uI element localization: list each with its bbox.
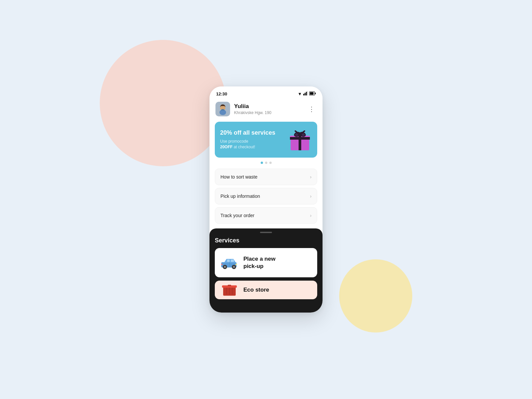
user-header: Yuliia Khrakivske Hgw. 190 ⋮ [209,98,323,120]
header-info: Yuliia Khrakivske Hgw. 190 [234,103,307,115]
svg-rect-21 [227,259,230,262]
sheet-handle [260,232,272,233]
services-title: Services [215,237,317,244]
gift-icon [288,128,312,152]
signal-icon [303,91,308,96]
dots-indicator [209,162,323,164]
menu-item-label: Track your order [220,213,254,218]
svg-rect-1 [305,93,306,95]
menu-item-label: How to sort waste [220,174,257,180]
dot-inactive-1 [265,162,267,164]
menu-button[interactable]: ⋮ [307,104,317,114]
user-address: Khrakivske Hgw. 190 [234,110,307,115]
svg-rect-14 [290,137,310,140]
service-card-pickup[interactable]: Place a newpick-up [215,248,317,277]
bg-circle-pink [100,40,226,166]
svg-rect-0 [303,94,304,95]
svg-rect-6 [310,92,314,95]
promo-banner[interactable]: 20% off all services Use promocode 20OFF… [215,122,317,158]
service-card-eco-store[interactable]: Eco store [215,281,317,299]
svg-rect-28 [235,264,237,265]
promo-title: 20% off all services [220,129,285,137]
promo-subtitle: Use promocode 20OFF at checkout! [220,139,285,150]
bg-circle-yellow [339,259,412,332]
svg-rect-9 [220,111,225,114]
menu-item-sort-waste[interactable]: How to sort waste › [215,169,317,185]
battery-icon [309,91,316,96]
service-card-pickup-label: Place a newpick-up [243,255,275,270]
user-name: Yuliia [234,103,307,110]
phone-frame: 12:30 ▼ [209,86,323,313]
svg-point-24 [224,266,226,268]
chevron-icon: › [310,194,312,199]
menu-list: How to sort waste › Pick up information … [209,169,323,224]
svg-rect-29 [221,264,222,265]
status-bar: 12:30 ▼ [209,86,323,98]
status-time: 12:30 [216,91,227,96]
chevron-icon: › [310,174,312,180]
services-sheet: Services [209,228,323,313]
status-icons: ▼ [298,91,316,96]
car-icon [220,253,239,272]
dot-active [261,162,263,164]
box-icon [220,281,239,299]
service-card-eco-label: Eco store [243,286,269,294]
svg-rect-3 [307,91,308,95]
wifi-icon: ▼ [298,91,302,96]
dot-inactive-2 [269,162,272,164]
svg-point-26 [233,266,235,268]
avatar [215,102,230,116]
svg-rect-2 [306,92,307,95]
promo-text: 20% off all services Use promocode 20OFF… [220,129,285,150]
svg-rect-5 [315,92,316,94]
menu-item-track-order[interactable]: Track your order › [215,207,317,224]
menu-item-pickup-info[interactable]: Pick up information › [215,188,317,204]
svg-rect-22 [231,259,234,262]
menu-item-label: Pick up information [220,194,260,199]
chevron-icon: › [310,213,312,218]
svg-rect-32 [228,285,231,286]
